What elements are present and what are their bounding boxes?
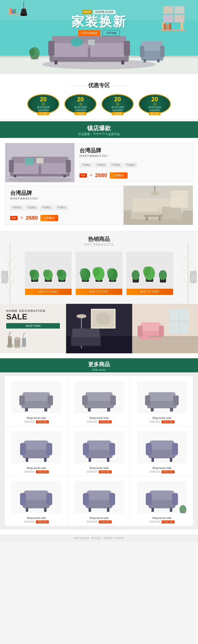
footer-sub: 素材编号: 3168358 <box>103 537 124 540</box>
svg-rect-130 <box>72 328 100 337</box>
sofa-item-8[interactable]: Shop burst sofa 店铺热卖款 RMB1999 <box>68 476 130 526</box>
svg-rect-208 <box>152 508 154 512</box>
feature-brand-2-sub: 陪伴孩子健康成长3-10岁！ <box>10 197 118 200</box>
sofa-item-2[interactable]: Shop burst sofa 店铺热卖款 RMB1999 <box>68 376 130 426</box>
feature-card-1-content: 台湾品牌 陪伴孩子健康成长3-10岁！ 产品亮点 产品亮点 产品亮点 产品亮点 … <box>74 143 193 182</box>
right-room-svg <box>132 304 198 353</box>
discount-badge-3[interactable]: 20 元 满199元使用店铺优惠券 店铺优惠 <box>102 94 134 114</box>
add-to-cart-btn-1[interactable]: ADD TO CART <box>25 289 72 295</box>
feature-label-1: 特价 <box>80 173 87 178</box>
svg-rect-8 <box>90 43 125 57</box>
svg-rect-16 <box>142 41 163 51</box>
badge1-bottom: 立即领取 <box>37 112 49 115</box>
sofa-price-4: RMB1999 <box>36 470 49 474</box>
svg-rect-159 <box>88 408 91 412</box>
svg-rect-171 <box>20 443 26 455</box>
svg-rect-59 <box>132 203 160 212</box>
hero-badge1-btn[interactable]: 尖货全场低价 <box>78 30 100 36</box>
sofa-img-1 <box>8 380 65 414</box>
badge2-amount: 20 <box>77 96 84 102</box>
sofa-item-4[interactable]: Shop burst sofa 店铺热卖款 RMB1999 <box>5 426 68 476</box>
svg-rect-149 <box>22 392 50 401</box>
svg-rect-194 <box>26 508 28 512</box>
sofa-chair-svg-4 <box>12 431 61 463</box>
nav-arrow-right[interactable]: › <box>190 271 197 283</box>
discount-badge-2[interactable]: 20 元 满199元使用店铺优惠券 店铺优惠 <box>64 94 96 114</box>
svg-rect-146 <box>150 336 162 337</box>
svg-rect-53 <box>36 158 44 164</box>
hot-products-title: 热销商品 HOT PRODUCTS <box>0 236 198 246</box>
store-badge: 极有家 <box>82 10 92 14</box>
svg-rect-10 <box>124 41 130 56</box>
sofa-img-4 <box>8 430 65 464</box>
feature-tag-1-1: 产品亮点 <box>80 163 93 168</box>
hot-banner: 镇店爆款 开启爱家、居家生活从这里开始 <box>0 121 198 138</box>
sofa-price-5: RMB1999 <box>99 470 112 474</box>
badge3-bottom: 店铺优惠 <box>112 112 124 115</box>
svg-rect-11 <box>54 61 58 64</box>
svg-rect-25 <box>9 8 11 14</box>
svg-rect-28 <box>12 10 14 14</box>
feature-card-1-img <box>5 143 74 182</box>
feature-buy-btn-2[interactable]: 立即购买 <box>40 215 58 221</box>
sofa-img-5 <box>70 430 128 464</box>
discount-badge-1[interactable]: 20 元 满199元使用店铺优惠券 立即领取 <box>27 94 60 114</box>
badge2-desc: 满199元使用店铺优惠券 <box>74 106 86 112</box>
sofa-img-2 <box>70 380 128 414</box>
svg-line-123 <box>23 333 24 338</box>
feature-tag-2-4: 产品亮点 <box>55 205 68 210</box>
sofa-img-8 <box>70 480 128 514</box>
add-to-cart-btn-3[interactable]: ADD TO CART <box>126 289 173 295</box>
sofa-img-6 <box>133 430 190 464</box>
feature-tag-1-2: 产品亮点 <box>94 163 108 168</box>
badge1-amount: 20 <box>40 96 47 102</box>
feature-price-row-2: 特价 ￥ 2680 立即购买 <box>10 215 118 221</box>
feature-section: 台湾品牌 陪伴孩子健康成长3-10岁！ 产品亮点 产品亮点 产品亮点 产品亮点 … <box>0 138 198 230</box>
svg-rect-160 <box>107 408 110 412</box>
svg-rect-170 <box>24 440 48 450</box>
hot-banner-arrow <box>89 134 109 138</box>
svg-rect-66 <box>170 191 188 208</box>
svg-point-110 <box>143 266 150 276</box>
svg-point-101 <box>92 268 100 276</box>
svg-rect-172 <box>46 443 52 455</box>
sofa-item-6[interactable]: Shop burst sofa 店铺热卖款 RMB1999 <box>130 426 193 476</box>
sofa-chair-svg-5 <box>74 431 124 463</box>
nav-arrow-left[interactable]: ‹ <box>1 271 8 283</box>
svg-rect-114 <box>8 337 12 346</box>
hero-title-block: 极有家 超值享睡 冰点放价 家装换新 尖货全场低价 立即抢购 <box>71 10 127 36</box>
sofa-img-7 <box>8 480 65 514</box>
svg-rect-9 <box>48 41 54 56</box>
svg-rect-30 <box>24 1 24 9</box>
sofa-chair-svg-1 <box>12 381 61 413</box>
feature-buy-btn-1[interactable]: 立即购买 <box>110 172 128 178</box>
sofa-item-5[interactable]: Shop burst sofa 店铺热卖款 RMB1999 <box>68 426 130 476</box>
svg-rect-12 <box>121 61 124 64</box>
svg-rect-195 <box>44 508 46 512</box>
hot-products-title-en: HOT PRODUCTS <box>0 243 198 246</box>
svg-rect-177 <box>86 440 112 450</box>
badge2-unit: 元 <box>79 102 82 106</box>
svg-rect-199 <box>83 493 89 505</box>
svg-rect-186 <box>172 443 178 455</box>
add-to-cart-btn-2[interactable]: ADD TO CART <box>76 289 122 295</box>
discount-section: 优惠专区 20 元 满199元使用店铺优惠券 立即领取 20 元 满199元使用… <box>0 74 198 119</box>
svg-rect-47 <box>41 163 67 174</box>
sofa-name-6: Shop burst sofa <box>133 466 190 470</box>
shop-now-btn[interactable]: SHOP NOW <box>6 323 60 328</box>
svg-rect-202 <box>107 508 110 512</box>
svg-rect-191 <box>24 490 48 500</box>
sofa-item-7[interactable]: Shop burst sofa 店铺热卖款 RMB1999 <box>5 476 68 526</box>
sofa-item-9[interactable]: Shop burst sofa 店铺热卖款 RMB1999 <box>130 476 193 526</box>
hero-badge2-btn[interactable]: 立即抢购 <box>102 30 120 36</box>
sofa-shop-9: 店铺热卖款 <box>149 520 160 524</box>
sofa-item-3[interactable]: Shop burst sofa 店铺热卖款 RMB1999 <box>130 376 193 426</box>
discount-badge-4[interactable]: 20 元 满199元使用店铺优惠券 邮政专区 <box>138 94 171 114</box>
feature-label-2: 特价 <box>10 216 18 220</box>
sofa-item-1[interactable]: Shop burst sofa 店铺热卖款 RMB1999 <box>5 376 68 426</box>
svg-rect-164 <box>145 396 150 405</box>
svg-rect-14 <box>88 40 95 45</box>
svg-rect-48 <box>9 160 14 172</box>
svg-point-94 <box>57 270 62 277</box>
hot-banner-header: 镇店爆款 开启爱家、居家生活从这里开始 <box>0 121 198 138</box>
